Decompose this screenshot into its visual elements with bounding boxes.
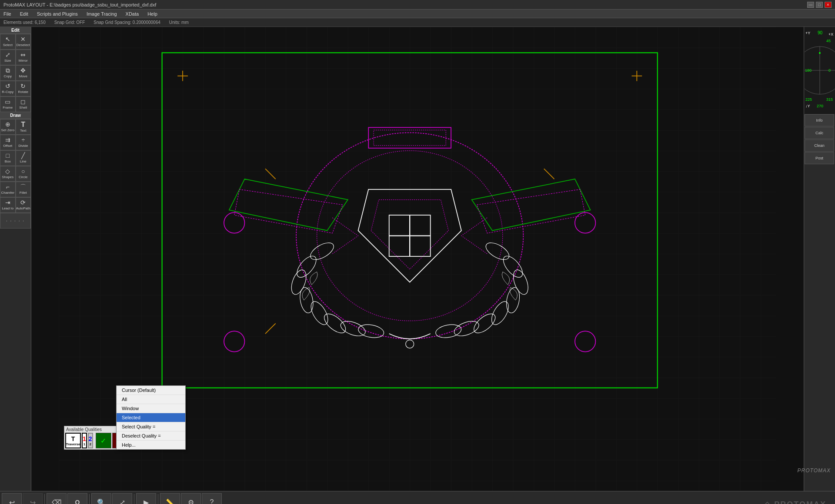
- shapes-button[interactable]: ◇Shapes: [0, 166, 16, 182]
- svg-text:+Y: +Y: [805, 31, 810, 35]
- menubar: File Edit Scripts and Plugins Image Trac…: [0, 10, 835, 18]
- canvas-area[interactable]: Cursor (Default) All Window Selected Sel…: [31, 27, 804, 491]
- dropdown-help[interactable]: Help...: [117, 441, 185, 449]
- deselect-button[interactable]: ✕Deselect: [16, 34, 31, 50]
- dotted-button[interactable]: · · · · ·: [0, 213, 31, 229]
- fillet-button[interactable]: ⌒Fillet: [16, 182, 31, 197]
- chamfer-button[interactable]: ⌐Chamfer: [0, 182, 16, 197]
- titlebar: ProtoMAX LAYOUT - E:\badges psu\badge_ss…: [0, 0, 835, 10]
- toolbar-row-1: ↖Select ✕Deselect: [0, 34, 31, 50]
- maximize-button[interactable]: □: [816, 2, 823, 8]
- snap-grid-status: Snap Grid: OFF: [54, 20, 85, 25]
- dropdown-selected[interactable]: Selected: [117, 413, 185, 422]
- titlebar-controls: — □ ✕: [807, 2, 832, 8]
- offset-button[interactable]: ⇉Offset: [0, 135, 16, 150]
- toolbar-row-6: ⊕Set Zero TText: [0, 119, 31, 135]
- dropdown-cursor[interactable]: Cursor (Default): [117, 386, 185, 395]
- main-layout: Edit ↖Select ✕Deselect ⤢Size ⇔Mirror ⧉Co…: [0, 27, 835, 491]
- toolbar-row-10: ⌐Chamfer ⌒Fillet: [0, 182, 31, 197]
- svg-text:270: 270: [817, 104, 823, 108]
- quality-button[interactable]: Q Quality: [67, 493, 87, 504]
- separator-2: [89, 494, 90, 504]
- mirror-button[interactable]: ⇔Mirror: [16, 50, 31, 65]
- undo-button[interactable]: ↩ Undo: [2, 493, 22, 504]
- autopath-button[interactable]: ⟳AutoPath: [16, 197, 31, 213]
- quality-T-button[interactable]: T Traverse: [65, 433, 81, 448]
- dropdown-all[interactable]: All: [117, 395, 185, 404]
- post-button[interactable]: Post: [805, 152, 834, 164]
- protomax-brand: ◇ PROTOMAX: [764, 500, 833, 504]
- toolbar-row-7: ⇉Offset ÷Divide: [0, 135, 31, 150]
- quality-2-button[interactable]: 2 2: [88, 433, 93, 448]
- quality-1-button[interactable]: 1 1: [82, 433, 87, 448]
- separator-4: [158, 494, 158, 504]
- erase-button[interactable]: ⌫ Erase: [47, 493, 67, 504]
- minimize-button[interactable]: —: [807, 2, 814, 8]
- calc-button[interactable]: Calc: [805, 127, 834, 139]
- svg-text:↓Y: ↓Y: [805, 104, 810, 108]
- check-action-button[interactable]: ✓: [96, 433, 111, 448]
- draw-section-label: Draw: [0, 112, 31, 119]
- snap-grid-spacing: Snap Grid Spacing: 0.2000000064: [94, 20, 160, 25]
- redo-button[interactable]: ↪ Redo: [23, 493, 43, 504]
- setzero-button[interactable]: ⊕Set Zero: [0, 119, 16, 135]
- info-button[interactable]: Info: [805, 114, 834, 126]
- help-button[interactable]: ? Help: [202, 493, 222, 504]
- bottom-toolbar: ↩ Undo ↪ Redo ⌫ Erase Q Quality 🔍 Zoom ⤢…: [0, 491, 835, 504]
- toolbar-row-11: ⇥Lead Io ⟳AutoPath: [0, 197, 31, 213]
- rotate-button[interactable]: ↻Rotate: [16, 81, 31, 96]
- right-panel: 90 +Y 45 180 0 +X 225 270 ↓Y 315 Info Ca…: [804, 27, 835, 491]
- dropdown-deselect-quality[interactable]: Deselect Quality =: [117, 431, 185, 441]
- toolbar-row-3: ⧉Copy ✥Move: [0, 65, 31, 81]
- clean-button[interactable]: Clean: [805, 139, 834, 152]
- text-button[interactable]: TText: [16, 119, 31, 135]
- menu-help[interactable]: Help: [146, 11, 159, 17]
- dropdown-window[interactable]: Window: [117, 404, 185, 413]
- menu-scripts[interactable]: Scripts and Plugins: [35, 11, 80, 17]
- toolbar-row-5: ▭Frame ◻Shell: [0, 96, 31, 112]
- circle-button[interactable]: ○Circle: [16, 166, 31, 182]
- toolbar-row-9: ◇Shapes ○Circle: [0, 166, 31, 182]
- titlebar-title: ProtoMAX LAYOUT - E:\badges psu\badge_ss…: [3, 2, 156, 7]
- dropdown-select-quality[interactable]: Select Quality =: [117, 422, 185, 431]
- svg-text:90: 90: [818, 30, 823, 35]
- menu-imagetracing[interactable]: Image Tracing: [85, 11, 119, 17]
- line-button[interactable]: ╱Line: [16, 150, 31, 166]
- move-button[interactable]: ✥Move: [16, 65, 31, 81]
- elements-used: Elements used: 6,150: [3, 20, 46, 25]
- divide-button[interactable]: ÷Divide: [16, 135, 31, 150]
- left-toolbar: Edit ↖Select ✕Deselect ⤢Size ⇔Mirror ⧉Co…: [0, 27, 31, 491]
- toolbar-row-4: ↺R-Copy ↻Rotate: [0, 81, 31, 96]
- toolbar-row-2: ⤢Size ⇔Mirror: [0, 50, 31, 65]
- close-button[interactable]: ✕: [825, 2, 832, 8]
- svg-text:180: 180: [805, 68, 812, 73]
- measure-button[interactable]: 📏 Measure: [160, 493, 180, 504]
- menu-file[interactable]: File: [2, 11, 13, 17]
- toolbar-row-8: □Box ╱Line: [0, 150, 31, 166]
- protomax-logo: PROTOMAX: [798, 468, 831, 474]
- toolbar-row-12: · · · · ·: [0, 213, 31, 229]
- shell-button[interactable]: ◻Shell: [16, 96, 31, 112]
- leadio-button[interactable]: ⇥Lead Io: [0, 197, 16, 213]
- compass-svg: 90 +Y 45 180 0 +X 225 270 ↓Y 315: [805, 29, 835, 112]
- zoom-button[interactable]: 🔍 Zoom: [91, 493, 111, 504]
- size-button[interactable]: ⤢Size: [0, 50, 16, 65]
- separator-1: [44, 494, 45, 504]
- rcopy-button[interactable]: ↺R-Copy: [0, 81, 16, 96]
- svg-text:45: 45: [826, 39, 831, 43]
- units-display: Units: mm: [169, 20, 189, 25]
- render-button[interactable]: ▶ Render: [136, 493, 156, 504]
- edit-section-label: Edit: [0, 27, 31, 34]
- dropdown-menu: Cursor (Default) All Window Selected Sel…: [116, 385, 186, 450]
- copy-button[interactable]: ⧉Copy: [0, 65, 16, 81]
- statusbar-top: Elements used: 6,150 Snap Grid: OFF Snap…: [0, 18, 835, 27]
- menu-edit[interactable]: Edit: [18, 11, 30, 17]
- menu-xdata[interactable]: XData: [124, 11, 141, 17]
- svg-text:315: 315: [826, 97, 833, 102]
- frame-button[interactable]: ▭Frame: [0, 96, 16, 112]
- svg-text:+X: +X: [828, 32, 833, 36]
- extents-button[interactable]: ⤢ Extents: [112, 493, 132, 504]
- box-button[interactable]: □Box: [0, 150, 16, 166]
- select-button[interactable]: ↖Select: [0, 34, 16, 50]
- config-button[interactable]: ⚙ Config: [181, 493, 201, 504]
